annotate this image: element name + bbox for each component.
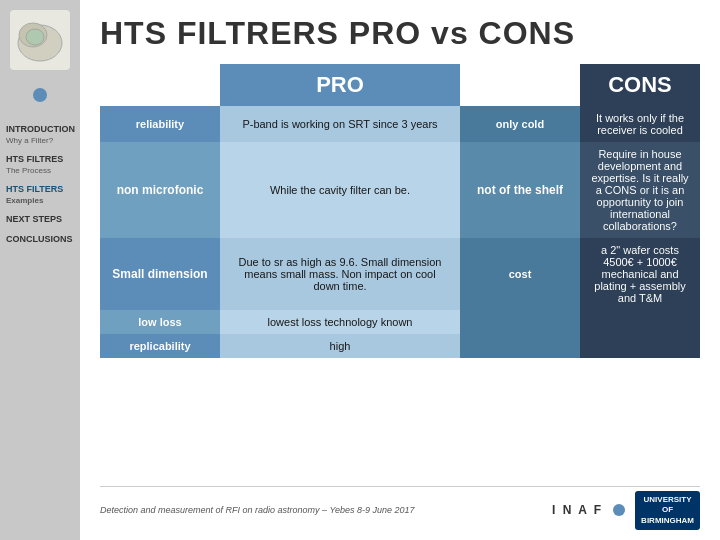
pro-non-microfonic: While the cavity filter can be. [220,142,460,238]
header-pro: PRO [220,64,460,106]
category-low-loss: low loss [100,310,220,334]
cons-label-replicability [460,334,580,358]
uob-logo: UNIVERSITY OF BIRMINGHAM [635,491,700,530]
pro-reliability: P-band is working on SRT since 3 years [220,106,460,142]
category-replicability: replicability [100,334,220,358]
table-row: replicability high [100,334,700,358]
sidebar-navigation: INTRODUCTION Why a Filter? HTS FILTRES T… [0,120,80,250]
table-row: reliability P-band is working on SRT sin… [100,106,700,142]
pro-small-dimension: Due to sr as high as 9.6. Small dimensio… [220,238,460,310]
sidebar-item-hts-filtres-title: HTS FILTRES [6,154,74,166]
footer: Detection and measurement of RFI on radi… [100,486,700,530]
sidebar-item-conclusions[interactable]: CONCLUSIONS [0,230,80,250]
uob-label: UNIVERSITY OF BIRMINGHAM [641,495,694,525]
main-content: HTS FILTRERS PRO vs CONS PRO CONS reliab… [80,0,720,540]
category-reliability: reliability [100,106,220,142]
cons-label-reliability: only cold [460,106,580,142]
table-row: Small dimension Due to sr as high as 9.6… [100,238,700,310]
inaf-label: I N A F [552,503,603,517]
cons-label-low-loss [460,310,580,334]
footer-logos: I N A F UNIVERSITY OF BIRMINGHAM [552,491,700,530]
sidebar-item-hts-filters-title: HTS FILTERS [6,184,74,196]
category-non-microfonic: non microfonic [100,142,220,238]
inaf-dot [613,504,625,516]
sidebar-item-introduction-sub: Why a Filter? [6,136,74,146]
table-row: low loss lowest loss technology known [100,310,700,334]
category-small-dimension: Small dimension [100,238,220,310]
sidebar-item-hts-filtres-sub: The Process [6,166,74,176]
cons-detail-small-dimension: a 2" wafer costs 4500€ + 1000€ mechanica… [580,238,700,310]
footer-text: Detection and measurement of RFI on radi… [100,505,415,515]
sidebar-item-introduction[interactable]: INTRODUCTION Why a Filter? [0,120,80,150]
pro-replicability: high [220,334,460,358]
comparison-table-wrapper: PRO CONS reliability P-band is working o… [100,64,700,478]
table-row: non microfonic While the cavity filter c… [100,142,700,238]
pro-low-loss: lowest loss technology known [220,310,460,334]
sidebar-logo [10,10,70,70]
cons-label-non-microfonic: not of the shelf [460,142,580,238]
cons-detail-non-microfonic: Require in house development and experti… [580,142,700,238]
cons-label-small-dimension: cost [460,238,580,310]
page-title: HTS FILTRERS PRO vs CONS [100,15,700,52]
sidebar-item-hts-filters-sub: Examples [6,196,74,206]
sidebar-item-hts-filters[interactable]: HTS FILTERS Examples [0,180,80,210]
cons-detail-low-loss [580,310,700,334]
pro-cons-table: PRO CONS reliability P-band is working o… [100,64,700,358]
header-mid-spacer [460,64,580,106]
sidebar-dot [33,88,47,102]
table-header-row: PRO CONS [100,64,700,106]
sidebar-item-next-steps[interactable]: NEXT STEPS [0,210,80,230]
sidebar: INTRODUCTION Why a Filter? HTS FILTRES T… [0,0,80,540]
cons-detail-replicability [580,334,700,358]
header-spacer [100,64,220,106]
svg-point-2 [26,29,44,45]
sidebar-item-next-steps-title: NEXT STEPS [6,214,74,226]
sidebar-item-introduction-title: INTRODUCTION [6,124,74,136]
header-cons: CONS [580,64,700,106]
sidebar-item-conclusions-title: CONCLUSIONS [6,234,74,246]
cons-detail-reliability: It works only if the receiver is cooled [580,106,700,142]
sidebar-item-hts-filtres[interactable]: HTS FILTRES The Process [0,150,80,180]
